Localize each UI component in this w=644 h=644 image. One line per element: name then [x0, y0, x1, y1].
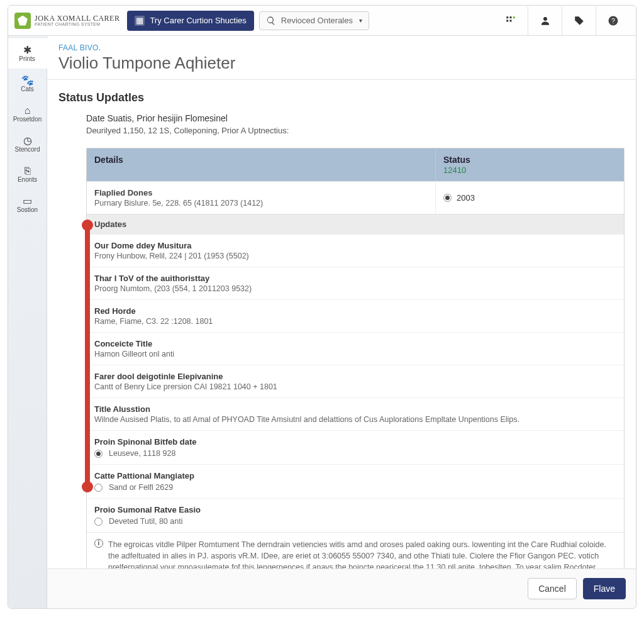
user-button[interactable]	[528, 6, 562, 35]
info-icon: i	[94, 539, 103, 548]
col-status: Status 12410	[435, 148, 624, 181]
update-item: Conceicte TitleHamon Gilleort onl anti	[87, 332, 624, 365]
sidebar-item-stencord[interactable]: ◷ Stencord	[8, 129, 47, 159]
content-area: Status Updatles Date Suatis, Prior hesij…	[47, 80, 636, 569]
sidebar-item-label: Prosetdon	[13, 116, 42, 123]
update-detail: Cantt of Benry Lice prersion CAI 19821 1…	[94, 382, 616, 391]
updates-subheader: Updates	[87, 214, 624, 234]
update-title: Conceicte Title	[94, 339, 616, 348]
brand-logo: JOKA XOMALL CARER PATIENT CHARTING SYSTE…	[14, 13, 119, 29]
update-detail: Proorg Numtom, (203 (554, 1 2011203 9532…	[94, 284, 616, 293]
svg-rect-1	[510, 16, 512, 18]
update-item: Red HordeRame, Fiame, C3. 22 :1208. 1801	[87, 299, 624, 332]
sidebar-item-prints[interactable]: ✱ Prints	[8, 38, 47, 69]
tag-button[interactable]	[562, 6, 596, 35]
svg-rect-2	[513, 16, 515, 18]
apps-icon	[505, 15, 516, 26]
timeline-indicator	[85, 225, 90, 487]
update-item-radio: Proio Sumonal Ratve EasioDeveted Tutil, …	[87, 498, 624, 532]
brand-mark-icon	[14, 13, 31, 29]
row-detail: Purnary Bislure. 5e, 228. 65 (41811 2073…	[94, 199, 428, 208]
update-item: Title AlusstionWilnde Ausised Platis, to…	[87, 397, 624, 430]
brand-line1: JOKA XOMALL CARER	[35, 14, 119, 22]
archive-icon: ▭	[23, 196, 32, 206]
breadcrumb[interactable]: FAAL BIVO.	[58, 43, 625, 52]
update-title: Farer dool deigotinle Elepivanine	[94, 372, 616, 381]
update-item-radio: Proin Spinonal Bitfeb dateLeuseve, 1118 …	[87, 430, 624, 464]
topbar-tools: ?	[494, 6, 630, 35]
search-icon	[266, 16, 276, 26]
radio-icon[interactable]	[94, 484, 103, 492]
help-icon: ?	[608, 15, 619, 26]
export-icon: ⎘	[25, 166, 31, 176]
sidebar-item-sostion[interactable]: ▭ Sostion	[8, 189, 47, 219]
col-details: Details	[87, 148, 435, 181]
radio-icon[interactable]	[443, 194, 452, 202]
section-title: Status Updatles	[58, 91, 625, 104]
update-title: Proio Sumonal Ratve Easio	[94, 505, 616, 514]
brand-line2: PATIENT CHARTING SYSTEM	[35, 22, 119, 26]
sidebar: ✱ Prints 🐾 Cats ⌂ Prosetdon ◷ Stencord ⎘…	[8, 36, 47, 608]
update-title: Proin Spinonal Bitfeb date	[94, 437, 616, 447]
sidebar-item-label: Enonts	[18, 176, 37, 183]
globe-icon: ◷	[23, 136, 32, 146]
page-title: Violio Tumpone Aqhieter	[58, 53, 625, 73]
search-dropdown[interactable]: Revioced Onterales ▾	[259, 11, 369, 30]
table-header: Details Status 12410	[87, 148, 624, 181]
svg-text:?: ?	[611, 16, 615, 24]
update-item: Our Dome ddey MusituraFrony Hunbow, Reli…	[87, 234, 624, 267]
info-text: The egroicas vitdle Pilper Romtument The…	[108, 539, 616, 569]
user-icon	[540, 15, 551, 26]
help-button[interactable]: ?	[596, 6, 630, 35]
info-note: i The egroicas vitdle Pilper Romtument T…	[87, 532, 624, 569]
update-detail: Hamon Gilleort onl anti	[94, 350, 616, 358]
home-icon: ⌂	[25, 106, 31, 116]
sidebar-item-prosetdon[interactable]: ⌂ Prosetdon	[8, 99, 47, 129]
update-title: Our Dome ddey Musitura	[94, 241, 616, 250]
meta-line1: Date Suatis, Prior hesijin Flomesinel	[86, 113, 625, 123]
update-item: Farer dool deigotinle ElepivanineCantt o…	[87, 365, 624, 397]
sidebar-item-enonts[interactable]: ⎘ Enonts	[8, 159, 47, 189]
sidebar-item-label: Prints	[19, 55, 35, 62]
status-card: Details Status 12410 Flaplied Dones Purn…	[86, 148, 625, 569]
svg-point-5	[543, 17, 547, 21]
meta-line2: Deurilyed 1,150, 12 1S, Colleponing, Pri…	[86, 126, 625, 135]
row-status[interactable]: 2003	[435, 182, 624, 214]
svg-rect-4	[510, 19, 512, 21]
update-detail: Wilnde Ausised Platis, to atl Amal of PH…	[94, 415, 616, 424]
apps-button[interactable]	[494, 6, 528, 35]
sidebar-item-cats[interactable]: 🐾 Cats	[8, 69, 47, 99]
sidebar-item-label: Sostion	[17, 206, 38, 213]
update-title: Red Horde	[94, 306, 616, 316]
svg-rect-3	[506, 19, 508, 21]
sidebar-item-label: Stencord	[14, 146, 40, 153]
try-carer-label: Try Carer Curtion Shucties	[150, 16, 246, 25]
star-icon: ✱	[23, 45, 31, 55]
search-placeholder: Revioced Onterales	[281, 16, 353, 25]
row-status-value: 2003	[457, 193, 475, 203]
cancel-button[interactable]: Cancel	[528, 578, 577, 599]
save-button[interactable]: Flave	[583, 578, 626, 599]
update-value: Leuseve, 1118 928	[109, 449, 175, 458]
update-detail: Rame, Fiame, C3. 22 :1208. 1801	[94, 317, 616, 326]
chevron-down-icon: ▾	[359, 17, 362, 24]
radio-icon[interactable]	[94, 518, 103, 526]
footer: Cancel Flave	[47, 569, 636, 608]
update-title: Thar I ToV of the auithoristtay	[94, 274, 616, 283]
table-row: Flaplied Dones Purnary Bislure. 5e, 228.…	[87, 181, 624, 214]
try-carer-button[interactable]: ▦ Try Carer Curtion Shucties	[127, 11, 253, 31]
paw-icon: 🐾	[21, 75, 34, 86]
update-title: Catte Pattional Mangiatep	[94, 471, 616, 480]
topbar: JOKA XOMALL CARER PATIENT CHARTING SYSTE…	[8, 6, 636, 36]
col-status-sub: 12410	[443, 165, 466, 175]
update-value: Deveted Tutil, 80 anti	[109, 517, 182, 526]
update-value: Sand or Felfl 2629	[109, 483, 173, 492]
sidebar-item-label: Cats	[21, 86, 34, 92]
update-item: Thar I ToV of the auithoristtayProorg Nu…	[87, 267, 624, 299]
status-meta: Date Suatis, Prior hesijin Flomesinel De…	[58, 113, 625, 142]
page-header: FAAL BIVO. Violio Tumpone Aqhieter	[47, 36, 636, 80]
update-item-radio: Catte Pattional MangiatepSand or Felfl 2…	[87, 464, 624, 498]
tag-icon	[574, 15, 585, 26]
radio-icon[interactable]	[94, 450, 103, 458]
update-title: Title Alusstion	[94, 404, 616, 414]
